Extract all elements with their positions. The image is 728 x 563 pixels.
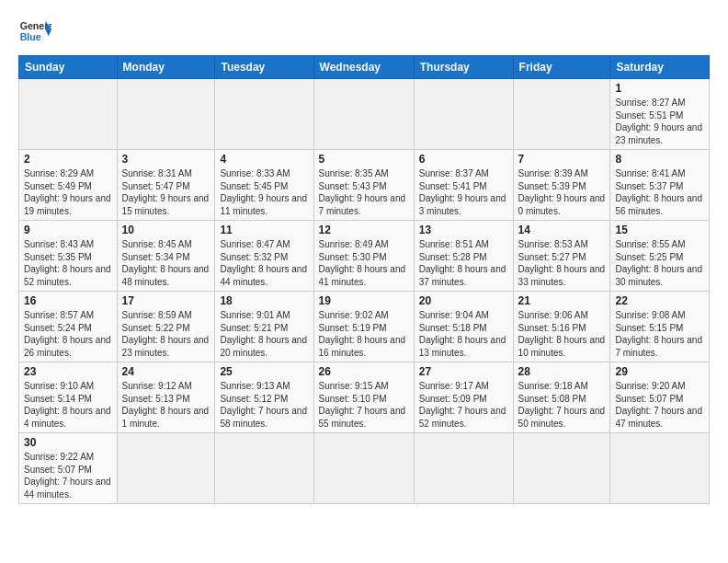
day-info: Sunrise: 8:41 AM Sunset: 5:37 PM Dayligh… — [615, 167, 704, 217]
day-info: Sunrise: 8:49 AM Sunset: 5:30 PM Dayligh… — [319, 238, 409, 288]
calendar-cell — [513, 79, 610, 150]
calendar-cell — [313, 79, 414, 150]
calendar-cell: 25Sunrise: 9:13 AM Sunset: 5:12 PM Dayli… — [215, 362, 313, 433]
calendar-header: SundayMondayTuesdayWednesdayThursdayFrid… — [19, 56, 710, 79]
calendar-cell: 26Sunrise: 9:15 AM Sunset: 5:10 PM Dayli… — [313, 362, 414, 433]
day-number: 29 — [615, 365, 704, 378]
day-number: 21 — [518, 294, 606, 307]
day-number: 24 — [122, 365, 210, 378]
calendar-cell — [414, 433, 513, 504]
calendar-cell: 2Sunrise: 8:29 AM Sunset: 5:49 PM Daylig… — [19, 150, 118, 221]
day-info: Sunrise: 8:47 AM Sunset: 5:32 PM Dayligh… — [220, 238, 308, 288]
calendar-cell: 9Sunrise: 8:43 AM Sunset: 5:35 PM Daylig… — [19, 221, 118, 292]
calendar-table: SundayMondayTuesdayWednesdayThursdayFrid… — [18, 55, 710, 504]
day-info: Sunrise: 9:01 AM Sunset: 5:21 PM Dayligh… — [220, 309, 308, 359]
day-number: 25 — [220, 365, 308, 378]
day-info: Sunrise: 8:35 AM Sunset: 5:43 PM Dayligh… — [319, 167, 409, 217]
calendar-cell: 5Sunrise: 8:35 AM Sunset: 5:43 PM Daylig… — [313, 150, 414, 221]
weekday-header-thursday: Thursday — [414, 56, 513, 79]
calendar-cell: 15Sunrise: 8:55 AM Sunset: 5:25 PM Dayli… — [610, 221, 710, 292]
day-number: 28 — [518, 365, 606, 378]
day-info: Sunrise: 9:08 AM Sunset: 5:15 PM Dayligh… — [615, 309, 704, 359]
calendar-body: 1Sunrise: 8:27 AM Sunset: 5:51 PM Daylig… — [19, 79, 710, 504]
logo: General Blue — [18, 15, 51, 48]
day-number: 26 — [319, 365, 409, 378]
calendar-cell — [117, 79, 215, 150]
day-number: 23 — [24, 365, 112, 378]
week-row-1: 2Sunrise: 8:29 AM Sunset: 5:49 PM Daylig… — [19, 150, 710, 221]
day-info: Sunrise: 8:59 AM Sunset: 5:22 PM Dayligh… — [122, 309, 210, 359]
day-number: 5 — [319, 153, 409, 166]
day-number: 2 — [24, 153, 112, 166]
weekday-row: SundayMondayTuesdayWednesdayThursdayFrid… — [19, 56, 710, 79]
day-number: 9 — [24, 224, 112, 236]
calendar-cell: 19Sunrise: 9:02 AM Sunset: 5:19 PM Dayli… — [313, 292, 414, 362]
day-number: 12 — [319, 224, 409, 236]
calendar-cell: 6Sunrise: 8:37 AM Sunset: 5:41 PM Daylig… — [414, 150, 513, 221]
weekday-header-sunday: Sunday — [19, 56, 118, 79]
calendar-cell — [117, 433, 215, 504]
day-number: 19 — [319, 294, 409, 307]
logo-icon: General Blue — [18, 15, 51, 48]
day-info: Sunrise: 8:55 AM Sunset: 5:25 PM Dayligh… — [615, 238, 704, 288]
day-info: Sunrise: 8:51 AM Sunset: 5:28 PM Dayligh… — [419, 238, 508, 288]
week-row-0: 1Sunrise: 8:27 AM Sunset: 5:51 PM Daylig… — [19, 79, 710, 150]
weekday-header-tuesday: Tuesday — [215, 56, 313, 79]
calendar-cell: 16Sunrise: 8:57 AM Sunset: 5:24 PM Dayli… — [19, 292, 118, 362]
calendar-cell: 4Sunrise: 8:33 AM Sunset: 5:45 PM Daylig… — [215, 150, 313, 221]
calendar-cell — [19, 79, 118, 150]
calendar-cell: 3Sunrise: 8:31 AM Sunset: 5:47 PM Daylig… — [117, 150, 215, 221]
calendar-cell — [215, 79, 313, 150]
day-number: 22 — [615, 294, 704, 307]
day-info: Sunrise: 8:39 AM Sunset: 5:39 PM Dayligh… — [518, 167, 606, 217]
calendar-cell: 12Sunrise: 8:49 AM Sunset: 5:30 PM Dayli… — [313, 221, 414, 292]
day-info: Sunrise: 9:02 AM Sunset: 5:19 PM Dayligh… — [319, 309, 409, 359]
day-number: 10 — [122, 224, 210, 236]
day-number: 11 — [220, 224, 308, 236]
day-info: Sunrise: 9:12 AM Sunset: 5:13 PM Dayligh… — [122, 380, 210, 430]
weekday-header-wednesday: Wednesday — [313, 56, 414, 79]
calendar-cell: 22Sunrise: 9:08 AM Sunset: 5:15 PM Dayli… — [610, 292, 710, 362]
calendar-cell: 28Sunrise: 9:18 AM Sunset: 5:08 PM Dayli… — [513, 362, 610, 433]
day-info: Sunrise: 8:33 AM Sunset: 5:45 PM Dayligh… — [220, 167, 308, 217]
calendar-cell: 1Sunrise: 8:27 AM Sunset: 5:51 PM Daylig… — [610, 79, 710, 150]
calendar-cell — [513, 433, 610, 504]
calendar-cell: 18Sunrise: 9:01 AM Sunset: 5:21 PM Dayli… — [215, 292, 313, 362]
day-info: Sunrise: 9:04 AM Sunset: 5:18 PM Dayligh… — [419, 309, 508, 359]
calendar-cell: 23Sunrise: 9:10 AM Sunset: 5:14 PM Dayli… — [19, 362, 118, 433]
calendar-cell — [313, 433, 414, 504]
weekday-header-saturday: Saturday — [610, 56, 710, 79]
day-info: Sunrise: 8:27 AM Sunset: 5:51 PM Dayligh… — [615, 97, 704, 146]
calendar-cell: 27Sunrise: 9:17 AM Sunset: 5:09 PM Dayli… — [414, 362, 513, 433]
day-number: 16 — [24, 294, 112, 307]
day-number: 17 — [122, 294, 210, 307]
day-number: 15 — [615, 224, 704, 236]
day-info: Sunrise: 9:10 AM Sunset: 5:14 PM Dayligh… — [24, 380, 112, 430]
day-info: Sunrise: 9:20 AM Sunset: 5:07 PM Dayligh… — [615, 380, 704, 430]
day-info: Sunrise: 8:57 AM Sunset: 5:24 PM Dayligh… — [24, 309, 112, 359]
calendar-cell — [215, 433, 313, 504]
weekday-header-friday: Friday — [513, 56, 610, 79]
day-number: 1 — [615, 82, 704, 95]
day-info: Sunrise: 8:37 AM Sunset: 5:41 PM Dayligh… — [419, 167, 508, 217]
calendar-cell: 13Sunrise: 8:51 AM Sunset: 5:28 PM Dayli… — [414, 221, 513, 292]
calendar-cell — [414, 79, 513, 150]
calendar-cell: 21Sunrise: 9:06 AM Sunset: 5:16 PM Dayli… — [513, 292, 610, 362]
calendar-cell: 10Sunrise: 8:45 AM Sunset: 5:34 PM Dayli… — [117, 221, 215, 292]
calendar-cell: 8Sunrise: 8:41 AM Sunset: 5:37 PM Daylig… — [610, 150, 710, 221]
day-info: Sunrise: 9:06 AM Sunset: 5:16 PM Dayligh… — [518, 309, 606, 359]
day-info: Sunrise: 8:31 AM Sunset: 5:47 PM Dayligh… — [122, 167, 210, 217]
calendar-cell: 24Sunrise: 9:12 AM Sunset: 5:13 PM Dayli… — [117, 362, 215, 433]
day-number: 20 — [419, 294, 508, 307]
calendar-cell: 7Sunrise: 8:39 AM Sunset: 5:39 PM Daylig… — [513, 150, 610, 221]
calendar-cell: 17Sunrise: 8:59 AM Sunset: 5:22 PM Dayli… — [117, 292, 215, 362]
week-row-3: 16Sunrise: 8:57 AM Sunset: 5:24 PM Dayli… — [19, 292, 710, 362]
day-info: Sunrise: 8:43 AM Sunset: 5:35 PM Dayligh… — [24, 238, 112, 288]
week-row-2: 9Sunrise: 8:43 AM Sunset: 5:35 PM Daylig… — [19, 221, 710, 292]
day-number: 27 — [419, 365, 508, 378]
calendar-cell: 11Sunrise: 8:47 AM Sunset: 5:32 PM Dayli… — [215, 221, 313, 292]
day-number: 14 — [518, 224, 606, 236]
calendar-cell: 29Sunrise: 9:20 AM Sunset: 5:07 PM Dayli… — [610, 362, 710, 433]
day-info: Sunrise: 9:18 AM Sunset: 5:08 PM Dayligh… — [518, 380, 606, 430]
calendar-cell — [610, 433, 710, 504]
